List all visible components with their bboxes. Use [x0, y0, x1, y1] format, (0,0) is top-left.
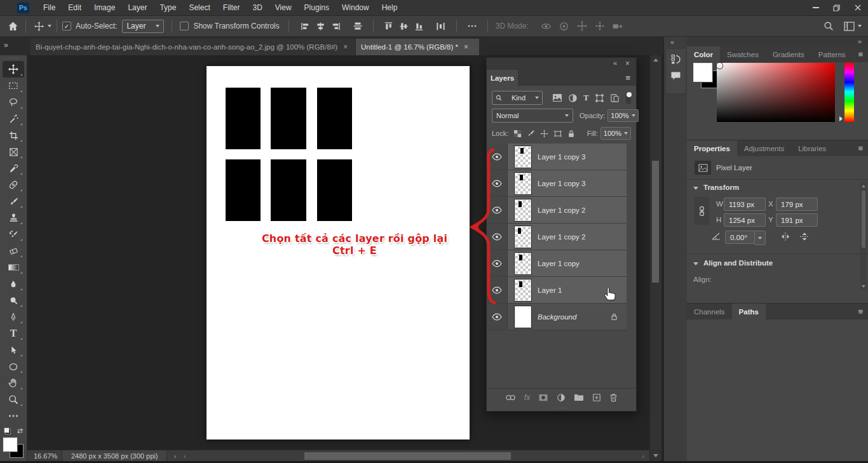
tool-blur[interactable] [3, 276, 24, 292]
collapse-panel-icon[interactable]: « [613, 59, 617, 67]
show-transform-checkbox[interactable] [180, 22, 189, 30]
menu-image[interactable]: Image [88, 0, 121, 15]
layer-name[interactable]: Layer 1 [538, 286, 562, 294]
layer-name[interactable]: Layer 1 copy 2 [538, 206, 585, 214]
tab-swatches[interactable]: Swatches [720, 46, 766, 62]
tool-clone-stamp[interactable] [3, 210, 24, 226]
tool-brush[interactable] [3, 193, 24, 210]
tool-history-brush[interactable] [3, 226, 24, 243]
scroll-up-icon[interactable] [653, 58, 658, 62]
lock-artboard-icon[interactable] [553, 130, 562, 138]
document-tab-active[interactable]: Untitled-1 @ 16.7% (RGB/8) * × [356, 39, 479, 55]
new-adjustment-layer-button[interactable] [557, 393, 566, 402]
menu-plugins[interactable]: Plugins [298, 0, 336, 15]
layer-name[interactable]: Layer 1 copy 3 [538, 153, 585, 161]
hue-slider[interactable] [844, 63, 854, 122]
layer-row[interactable]: Layer 1 copy 2 [487, 224, 627, 250]
align-top-edges-button[interactable] [381, 18, 397, 34]
foreground-color-swatch[interactable] [3, 438, 17, 452]
auto-select-checkbox[interactable]: ✓ [62, 22, 71, 30]
filter-pixel-layers-icon[interactable] [552, 93, 562, 102]
menu-window[interactable]: Window [336, 0, 376, 15]
tool-path-selection[interactable] [3, 342, 24, 358]
color-field[interactable] [717, 63, 835, 122]
width-field[interactable]: 1193 px [724, 198, 766, 211]
home-button[interactable] [5, 18, 20, 34]
tab-layers[interactable]: Layers [487, 70, 518, 86]
layer-thumbnail[interactable] [515, 173, 531, 194]
tool-eyedropper[interactable] [3, 160, 24, 177]
minimize-button[interactable] [805, 0, 826, 15]
tab-channels[interactable]: Channels [687, 304, 732, 319]
visibility-toggle[interactable] [487, 277, 508, 303]
filter-smart-objects-icon[interactable] [610, 93, 620, 103]
filter-toggle-switch[interactable] [626, 91, 631, 104]
visibility-toggle[interactable] [487, 250, 508, 276]
status-next-icon[interactable]: › [173, 452, 176, 460]
layer-row[interactable]: Layer 1 copy [487, 250, 627, 277]
flip-horizontal-button[interactable] [780, 231, 791, 242]
tab-color[interactable]: Color [687, 46, 720, 62]
lock-all-icon[interactable] [567, 130, 575, 138]
visibility-toggle[interactable] [487, 304, 508, 330]
color-fg-swatch[interactable] [693, 63, 712, 82]
link-dimensions-button[interactable] [694, 197, 709, 225]
scroll-up-icon[interactable] [862, 185, 865, 187]
tab-paths[interactable]: Paths [732, 304, 766, 319]
layer-row[interactable]: Layer 1 copy 3 [487, 144, 627, 170]
new-group-button[interactable] [574, 393, 584, 401]
new-layer-button[interactable] [592, 393, 601, 402]
history-panel-icon[interactable] [670, 54, 681, 65]
restore-button[interactable] [826, 0, 847, 15]
visibility-toggle[interactable] [487, 170, 508, 196]
layer-row[interactable]: Layer 1 [487, 277, 627, 304]
rotation-dropdown-button[interactable] [754, 231, 766, 245]
hscroll-left-icon[interactable]: ‹ [184, 452, 186, 460]
tool-type[interactable]: T [3, 325, 24, 342]
move-tool-preset-button[interactable] [31, 18, 46, 34]
more-align-options-button[interactable] [465, 18, 480, 34]
close-panel-icon[interactable]: × [625, 59, 630, 68]
scroll-down-icon[interactable] [653, 454, 658, 457]
fill-field[interactable]: 100% [600, 127, 631, 140]
default-colors-icon[interactable] [4, 427, 11, 434]
preset-chevron-icon[interactable] [48, 25, 51, 27]
paths-panel-content[interactable] [687, 319, 868, 462]
menu-filter[interactable]: Filter [217, 0, 247, 15]
blend-mode-dropdown[interactable]: Normal [492, 109, 573, 123]
close-button[interactable] [847, 0, 868, 15]
layer-row[interactable]: Layer 1 copy 2 [487, 197, 627, 224]
layer-style-button[interactable]: fx [524, 393, 530, 402]
flip-vertical-button[interactable] [799, 231, 810, 242]
properties-scrollbar[interactable] [860, 183, 867, 290]
lock-pixels-icon[interactable] [527, 130, 535, 138]
x-field[interactable]: 179 px [776, 198, 818, 211]
tool-hand[interactable] [3, 375, 24, 391]
layer-row[interactable]: Layer 1 copy 3 [487, 170, 627, 197]
transform-collapse-icon[interactable] [693, 187, 698, 190]
menu-layer[interactable]: Layer [121, 0, 153, 15]
align-horizontal-centers-button[interactable] [313, 18, 329, 34]
tool-spot-healing-brush[interactable] [3, 177, 24, 193]
layers-menu-icon[interactable]: ≡ [625, 73, 630, 83]
layer-name[interactable]: Layer 1 copy [538, 260, 580, 267]
vertical-scrollbar[interactable] [649, 55, 661, 461]
menu-3d[interactable]: 3D [246, 0, 268, 15]
scroll-thumb[interactable] [862, 191, 865, 248]
panel-menu-icon[interactable]: ≡ [858, 50, 863, 59]
search-button[interactable] [821, 18, 836, 34]
layer-thumbnail[interactable] [515, 226, 531, 248]
workspace-button[interactable] [841, 18, 857, 34]
height-field[interactable]: 1254 px [724, 213, 766, 227]
layer-thumbnail[interactable] [515, 253, 531, 274]
align-right-edges-button[interactable] [329, 18, 344, 34]
layer-thumbnail[interactable] [515, 306, 531, 328]
canvas-document[interactable]: Chọn tất cả các layer rồi gộp lại Ctrl +… [207, 66, 470, 440]
link-layers-button[interactable] [505, 394, 516, 401]
distribute-horizontal-button[interactable] [433, 18, 449, 34]
visibility-toggle[interactable] [487, 197, 508, 223]
menu-help[interactable]: Help [376, 0, 404, 15]
tab-properties[interactable]: Properties [687, 140, 737, 156]
layer-thumbnail[interactable] [515, 279, 531, 301]
layer-name[interactable]: Layer 1 copy 3 [538, 180, 585, 187]
